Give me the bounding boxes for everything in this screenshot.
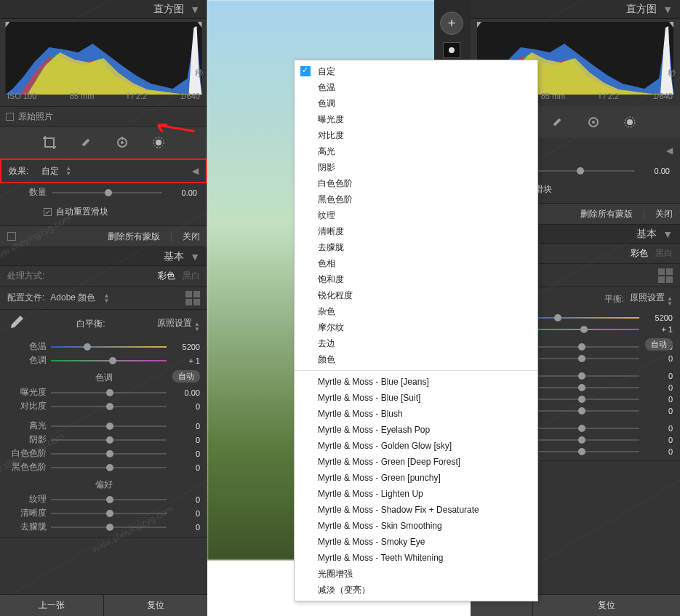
presence-group-header: 偏好 (7, 474, 200, 492)
menu-item-preset[interactable]: Myrtle & Moss - Green [punchy] (295, 470, 537, 486)
basic-footer: 上一张 复位 (0, 594, 207, 616)
menu-item-preset[interactable]: Myrtle & Moss - Blue [Suit] (295, 390, 537, 406)
slider[interactable] (51, 388, 167, 398)
slider[interactable] (51, 435, 167, 445)
menu-item[interactable]: 高光 (295, 143, 537, 159)
profile-browser-icon[interactable] (658, 268, 673, 283)
slider[interactable] (521, 383, 639, 393)
heal-tool-icon[interactable] (550, 115, 564, 129)
menu-item-preset[interactable]: 减淡（变亮） (295, 582, 537, 598)
auto-tone-button[interactable]: 自动 (172, 370, 200, 383)
menu-item[interactable]: 色调 (295, 95, 537, 111)
menu-item-preset[interactable]: Myrtle & Moss - Skin Smoothing (295, 518, 537, 534)
menu-item[interactable]: 去边 (295, 335, 537, 351)
slider[interactable] (521, 447, 639, 457)
amount-slider[interactable] (523, 166, 635, 176)
menu-item[interactable]: 阴影 (295, 159, 537, 175)
slider[interactable] (51, 449, 167, 459)
menu-item[interactable]: 白色色阶 (295, 175, 537, 191)
slider[interactable] (51, 495, 167, 505)
menu-item[interactable]: 杂色 (295, 303, 537, 319)
slider[interactable] (521, 353, 639, 364)
menu-item-preset[interactable]: Myrtle & Moss - Smoky Eye (295, 534, 537, 550)
temp-slider[interactable] (51, 342, 167, 352)
wb-preset-dropdown[interactable]: 原照设置▲▼ (630, 292, 673, 306)
slider[interactable] (521, 406, 639, 416)
crop-tool-icon[interactable] (42, 135, 57, 150)
treatment-bw[interactable]: 黑白 (655, 247, 673, 260)
menu-item-preset[interactable]: Myrtle & Moss - Teeth Whitening (295, 550, 537, 566)
add-mask-button[interactable]: + (440, 12, 463, 35)
effect-dropdown[interactable]: 自定 ▲▼ (41, 165, 71, 177)
auto-tone-button[interactable]: 自动 (645, 338, 673, 351)
prev-button[interactable]: 上一张 (0, 595, 104, 616)
treatment-bw[interactable]: 黑白 (183, 270, 200, 282)
tint-slider[interactable] (51, 356, 167, 366)
effect-row[interactable]: 效果: 自定 ▲▼ ◀ (0, 159, 207, 183)
mask-tool-icon[interactable] (623, 115, 637, 129)
menu-item-preset[interactable]: Myrtle & Moss - Blush (295, 406, 537, 422)
profile-value[interactable]: Adobe 颜色 (50, 292, 95, 304)
temp-slider-row: 色温 5200 (7, 340, 200, 353)
menu-item[interactable]: 黑色色阶 (295, 191, 537, 207)
treatment-label: 处理方式: (7, 270, 44, 282)
slider[interactable] (51, 508, 167, 519)
auto-reset-row[interactable]: ✓ 自动重置滑块 (0, 201, 207, 225)
slider[interactable] (51, 401, 167, 412)
menu-item-preset[interactable]: Myrtle & Moss - Green [Deep Forest] (295, 454, 537, 470)
slider[interactable] (51, 463, 167, 473)
menu-item-preset[interactable]: Myrtle & Moss - Eyelash Pop (295, 422, 537, 438)
profile-label: 配置文件: (7, 292, 44, 304)
profile-browser-icon[interactable] (185, 291, 200, 305)
mask-footer: 删除所有蒙版 | 关闭 (0, 225, 207, 247)
slider-row: 曝光度0.00 (7, 385, 200, 399)
wb-preset-dropdown[interactable]: 原照设置▲▼ (157, 317, 200, 332)
delete-all-masks-link[interactable]: 删除所有蒙版 (108, 231, 160, 243)
menu-item[interactable]: 去朦胧 (295, 239, 537, 255)
close-masks-link[interactable]: 关闭 (655, 208, 673, 220)
mask-toggle-icon[interactable] (7, 232, 16, 241)
reset-button[interactable]: 复位 (104, 595, 207, 616)
redeye-tool-icon[interactable] (586, 115, 601, 129)
basic-header[interactable]: 基本 ▼ (0, 247, 207, 266)
histogram-header-r[interactable]: 直方图 ▼ (471, 0, 680, 19)
menu-item[interactable]: 色相 (295, 255, 537, 271)
menu-item[interactable]: 摩尔纹 (295, 319, 537, 335)
slider[interactable] (521, 342, 639, 352)
menu-item-preset[interactable]: Myrtle & Moss - Shadow Fix + Desaturate (295, 502, 537, 518)
menu-item[interactable]: 颜色 (295, 351, 537, 367)
menu-item[interactable]: 纹理 (295, 207, 537, 223)
menu-item-preset[interactable]: Myrtle & Moss - Golden Glow [sky] (295, 438, 537, 454)
menu-item[interactable]: 清晰度 (295, 223, 537, 239)
slider[interactable] (51, 421, 167, 431)
menu-item-preset[interactable]: 光圈增强 (295, 566, 537, 582)
treatment-color[interactable]: 彩色 (631, 247, 648, 260)
menu-item-preset[interactable]: Myrtle & Moss - Blue [Jeans] (295, 374, 537, 390)
effect-dropdown-menu[interactable]: 自定色温色调曝光度对比度高光阴影白色色阶黑色色阶纹理清晰度去朦胧色相饱和度锐化程… (294, 60, 538, 601)
menu-item[interactable]: 对比度 (295, 127, 537, 143)
amount-slider[interactable] (52, 188, 162, 198)
menu-item[interactable]: 曝光度 (295, 111, 537, 127)
menu-item[interactable]: 色温 (295, 79, 537, 95)
delete-all-masks-link[interactable]: 删除所有蒙版 (580, 208, 633, 220)
redeye-tool-icon[interactable] (115, 135, 129, 150)
menu-item[interactable]: 锐化程度 (295, 287, 537, 303)
menu-item-preset[interactable]: Myrtle & Moss - Lighten Up (295, 486, 537, 502)
slider[interactable] (521, 435, 639, 445)
slider[interactable] (521, 371, 639, 381)
mask-tool-icon[interactable] (151, 135, 166, 150)
menu-item[interactable]: 自定 (295, 63, 537, 79)
slider[interactable] (51, 522, 167, 532)
treatment-color[interactable]: 彩色 (158, 270, 175, 282)
slider[interactable] (521, 394, 639, 404)
close-masks-link[interactable]: 关闭 (183, 231, 200, 243)
mask-thumbnail[interactable] (443, 42, 460, 58)
slider[interactable] (521, 423, 639, 433)
reset-button[interactable]: 复位 (533, 595, 680, 616)
slider-row: 黑色色阶0 (7, 460, 200, 474)
menu-item[interactable]: 饱和度 (295, 271, 537, 287)
wb-picker-icon[interactable] (7, 314, 25, 334)
histogram-header[interactable]: 直方图 ▼ (0, 0, 207, 19)
histogram[interactable]: ISO 100 85 mm f / 2.2 1/640 秒 (0, 19, 207, 106)
heal-tool-icon[interactable] (79, 135, 93, 150)
